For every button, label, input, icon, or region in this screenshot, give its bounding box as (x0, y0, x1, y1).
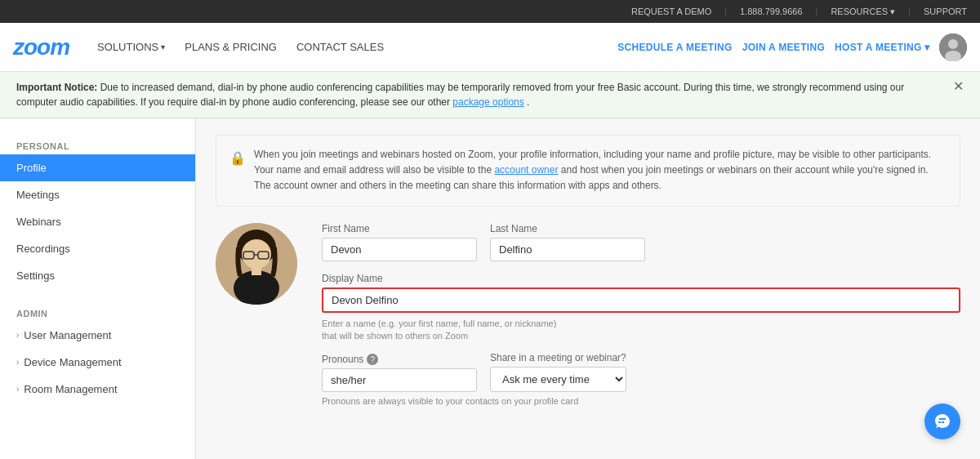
layout: PERSONAL Profile Meetings Webinars Recor… (0, 118, 980, 459)
svg-point-5 (242, 239, 271, 269)
chevron-right-icon: › (16, 385, 19, 394)
chevron-right-icon: › (16, 331, 19, 340)
profile-avatar[interactable] (216, 223, 297, 305)
sidebar: PERSONAL Profile Meetings Webinars Recor… (0, 118, 196, 459)
profile-section: First Name Last Name Display Name Enter … (216, 223, 960, 408)
share-pronouns-label: Share in a meeting or webinar? (490, 352, 626, 363)
first-name-label: First Name (322, 223, 477, 234)
main-content: 🔒 When you join meetings and webinars ho… (196, 118, 980, 459)
utility-bar: REQUEST A DEMO | 1.888.799.9666 | RESOUR… (0, 0, 980, 23)
pronouns-label: Pronouns ? (322, 354, 477, 365)
support-link[interactable]: SUPPORT (924, 7, 967, 16)
display-name-label: Display Name (322, 273, 960, 284)
contact-sales-nav-link[interactable]: CONTACT SALES (288, 34, 392, 60)
first-name-group: First Name (322, 223, 477, 261)
personal-section-label: PERSONAL (0, 135, 195, 154)
pronouns-hint: Pronouns are always visible to your cont… (322, 395, 960, 408)
divider: | (816, 7, 818, 16)
solutions-nav-link[interactable]: SOLUTIONS ▾ (89, 34, 173, 60)
divider: | (908, 7, 911, 16)
chevron-right-icon: › (16, 358, 19, 367)
main-nav: zoom SOLUTIONS ▾ PLANS & PRICING CONTACT… (0, 23, 980, 72)
last-name-label: Last Name (490, 223, 645, 234)
divider: | (724, 7, 727, 16)
svg-point-1 (948, 39, 958, 49)
account-owner-link[interactable]: account owner (494, 164, 558, 176)
sidebar-item-room-management[interactable]: › Room Management (0, 376, 195, 403)
notice-banner: Important Notice: Due to increased deman… (0, 72, 980, 118)
pronouns-input[interactable] (322, 368, 477, 392)
sidebar-item-profile[interactable]: Profile (0, 154, 195, 181)
sidebar-item-recordings[interactable]: Recordings (0, 235, 195, 262)
phone-link[interactable]: 1.888.799.9666 (740, 7, 802, 16)
share-pronouns-group: Share in a meeting or webinar? Ask me ev… (490, 352, 626, 392)
nav-right: SCHEDULE A MEETING JOIN A MEETING HOST A… (617, 33, 967, 61)
sidebar-item-webinars[interactable]: Webinars (0, 208, 195, 235)
chevron-down-icon: ▾ (924, 42, 929, 53)
plans-pricing-nav-link[interactable]: PLANS & PRICING (176, 34, 285, 60)
request-demo-link[interactable]: REQUEST A DEMO (631, 7, 711, 16)
join-meeting-btn[interactable]: JOIN A MEETING (742, 42, 825, 53)
notice-label: Important Notice: (16, 82, 97, 93)
last-name-group: Last Name (490, 223, 645, 261)
close-icon[interactable]: ✕ (953, 80, 964, 93)
display-name-input[interactable] (322, 287, 960, 313)
info-box: 🔒 When you join meetings and webinars ho… (216, 135, 960, 207)
notice-text: Important Notice: Due to increased deman… (16, 80, 943, 109)
sidebar-item-settings[interactable]: Settings (0, 262, 195, 289)
pronouns-row: Pronouns ? Share in a meeting or webinar… (322, 352, 960, 392)
chevron-down-icon: ▾ (161, 42, 165, 51)
profile-fields: First Name Last Name Display Name Enter … (322, 223, 960, 408)
sidebar-item-meetings[interactable]: Meetings (0, 181, 195, 208)
chat-fab-button[interactable] (924, 403, 960, 439)
display-name-hint: Enter a name (e.g. your first name, full… (322, 318, 960, 343)
svg-rect-10 (252, 265, 261, 275)
pronouns-group: Pronouns ? (322, 354, 477, 392)
display-name-group: Display Name Enter a name (e.g. your fir… (322, 273, 960, 343)
share-pronouns-select[interactable]: Ask me every time Always share Never sha… (490, 367, 626, 392)
help-icon[interactable]: ? (367, 354, 378, 365)
last-name-input[interactable] (490, 238, 645, 261)
admin-section-label: ADMIN (0, 302, 195, 322)
notice-end: . (527, 96, 529, 108)
first-name-input[interactable] (322, 238, 477, 261)
host-meeting-btn[interactable]: HOST A MEETING ▾ (835, 42, 929, 53)
info-icon: 🔒 (229, 148, 246, 194)
resources-link[interactable]: RESOURCES ▾ (831, 7, 895, 17)
avatar[interactable] (939, 33, 967, 61)
package-options-link[interactable]: package options (452, 96, 523, 108)
nav-links: SOLUTIONS ▾ PLANS & PRICING CONTACT SALE… (89, 34, 617, 60)
sidebar-item-device-management[interactable]: › Device Management (0, 349, 195, 376)
sidebar-item-user-management[interactable]: › User Management (0, 322, 195, 349)
schedule-meeting-btn[interactable]: SCHEDULE A MEETING (617, 42, 733, 53)
zoom-logo[interactable]: zoom (13, 34, 69, 60)
name-row: First Name Last Name (322, 223, 960, 261)
info-box-text: When you join meetings and webinars host… (254, 147, 947, 194)
chevron-down-icon: ▾ (890, 7, 895, 16)
